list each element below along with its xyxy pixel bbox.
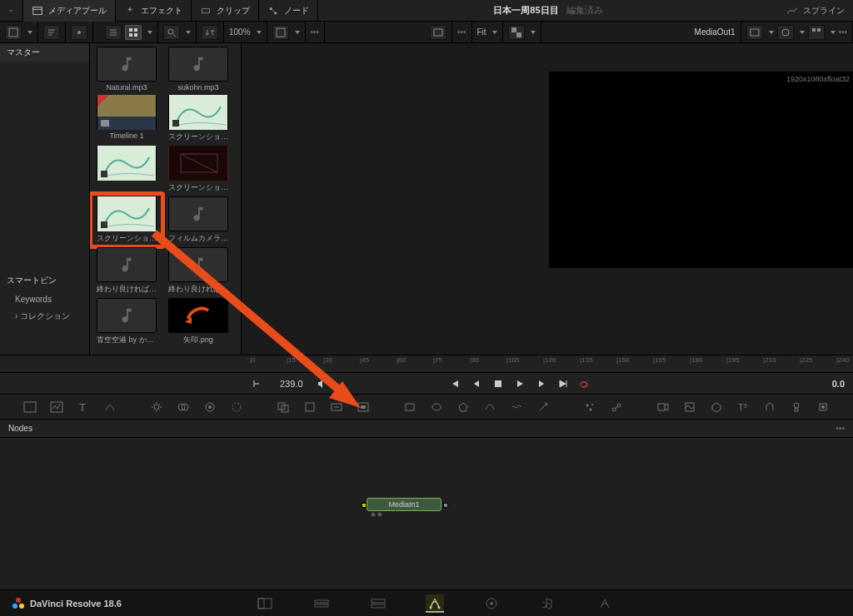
time-ruler[interactable]: |0|15|30|45|60|75|90|105|120|135|150|165… <box>242 355 853 373</box>
page-cut-icon[interactable] <box>312 594 331 613</box>
bspline-mask-icon[interactable] <box>481 398 499 416</box>
blur-tool-icon[interactable] <box>227 398 246 416</box>
nodes-panel-header: Nodes ••• <box>0 420 853 438</box>
brightness-tool-icon[interactable] <box>147 398 166 416</box>
light-tool-icon[interactable] <box>787 398 806 416</box>
chevron-down-dropdown[interactable] <box>0 0 23 22</box>
viewer-layout-icon[interactable] <box>272 25 289 40</box>
zoom-level[interactable]: 100% <box>229 27 251 37</box>
clip-item[interactable]: 終わり良ければ全て... <box>93 247 160 295</box>
tab-effects[interactable]: エフェクト <box>116 0 192 22</box>
clip-item[interactable]: Natural.mp3 <box>93 47 160 92</box>
text3d-tool-icon[interactable]: T³ <box>734 398 752 416</box>
clip-caption: Timeline 1 <box>97 132 157 140</box>
svg-rect-17 <box>516 32 521 37</box>
page-fusion-icon[interactable] <box>426 594 444 613</box>
node-mediain1[interactable]: MediaIn1 <box>367 498 441 511</box>
smartbin-collection[interactable]: › コレクション <box>0 307 89 325</box>
bin-list-view-icon[interactable] <box>71 25 87 40</box>
smartbin-keywords[interactable]: Keywords <box>0 291 89 307</box>
step-fwd-icon[interactable] <box>535 377 548 390</box>
svg-point-45 <box>232 403 241 411</box>
in-point-icon[interactable] <box>250 377 263 390</box>
wand-mask-icon[interactable] <box>534 398 552 416</box>
clip-item[interactable]: sukohn.mp3 <box>165 47 232 92</box>
page-deliver-icon[interactable] <box>596 594 614 613</box>
camera3d-tool-icon[interactable] <box>654 398 672 416</box>
clip-item[interactable]: Timeline 1 <box>93 95 160 142</box>
bitmap-mask-icon[interactable] <box>507 398 526 416</box>
nodes-options-icon[interactable]: ••• <box>836 424 845 433</box>
master-bin[interactable]: マスター <box>0 43 89 62</box>
fit-label[interactable]: Fit <box>477 27 486 37</box>
out-view-icon[interactable] <box>746 25 763 40</box>
colorcorrect-tool-icon[interactable] <box>201 398 219 416</box>
output-node-label[interactable]: MediaOut1 <box>695 27 736 37</box>
loop-icon[interactable] <box>578 377 591 390</box>
transform-tool-icon[interactable] <box>301 398 319 416</box>
channelbool-tool-icon[interactable] <box>174 398 192 416</box>
clip-item[interactable]: 青空空港 by かずち... <box>93 298 160 345</box>
prender-tool-icon[interactable] <box>607 398 626 416</box>
resize-tool-icon[interactable] <box>327 398 346 416</box>
checker-icon[interactable] <box>508 25 525 40</box>
step-back-icon[interactable] <box>470 377 483 390</box>
clip-item[interactable] <box>93 146 160 193</box>
clip-item[interactable]: スクリーンショット ... <box>165 95 232 142</box>
tab-clips[interactable]: クリップ <box>192 0 259 22</box>
clip-thumbnail <box>97 146 157 181</box>
stop-icon[interactable] <box>491 377 505 390</box>
text-tool-icon[interactable]: T <box>74 398 92 416</box>
tab-nodes[interactable]: ノード <box>259 0 318 22</box>
clip-item[interactable]: スクリーンショット ... <box>93 196 160 244</box>
tab-label: スプライン <box>803 5 845 17</box>
page-media-icon[interactable] <box>256 594 274 613</box>
clip-item[interactable]: 終わり良ければ全て... <box>165 247 232 295</box>
rectangle-mask-icon[interactable] <box>401 398 419 416</box>
out-color-icon[interactable] <box>777 25 794 40</box>
node-input-port[interactable] <box>362 503 367 508</box>
ruler-tick: |120 <box>543 356 556 364</box>
background-tool-icon[interactable] <box>21 398 39 416</box>
ellipse-mask-icon[interactable] <box>427 398 446 416</box>
page-edit-icon[interactable] <box>369 594 387 613</box>
page-color-icon[interactable] <box>482 594 501 613</box>
render3d-tool-icon[interactable] <box>814 398 832 416</box>
search-icon[interactable] <box>163 25 180 40</box>
ruler-tick: |90 <box>470 356 479 364</box>
go-start-icon[interactable] <box>448 377 461 390</box>
particles-tool-icon[interactable] <box>581 398 599 416</box>
out-grid-icon[interactable] <box>808 25 825 40</box>
clip-caption: 青空空港 by かずち... <box>97 335 157 345</box>
merge3d-tool-icon[interactable] <box>761 398 779 416</box>
clip-item[interactable]: 矢印.png <box>165 298 232 345</box>
clip-thumbnail <box>168 298 228 333</box>
tab-label: エフェクト <box>141 5 182 17</box>
clip-thumbnail <box>168 146 228 181</box>
go-end-icon[interactable] <box>556 377 570 390</box>
play-icon[interactable] <box>513 377 526 390</box>
clip-item[interactable]: スクリーンショット ... <box>165 146 232 193</box>
viewer-canvas[interactable] <box>549 72 853 268</box>
svg-rect-78 <box>315 604 328 607</box>
page-fairlight-icon[interactable] <box>539 594 557 613</box>
mattecontrol-tool-icon[interactable] <box>354 398 372 416</box>
speaker-icon[interactable] <box>315 377 328 390</box>
filter-icon[interactable] <box>5 25 22 40</box>
shape3d-tool-icon[interactable] <box>707 398 726 416</box>
tab-spline[interactable]: スプライン <box>778 5 853 17</box>
tab-label: クリップ <box>217 5 250 17</box>
clip-item[interactable]: フィルムカメラのシ... <box>165 196 232 244</box>
viewer-single-icon[interactable] <box>430 25 446 40</box>
thumbnail-view-icon[interactable] <box>125 25 142 40</box>
list-view-icon[interactable] <box>105 25 122 40</box>
paint-tool-icon[interactable] <box>101 398 119 416</box>
image3d-tool-icon[interactable] <box>681 398 699 416</box>
polygon-mask-icon[interactable] <box>454 398 472 416</box>
sort-icon[interactable] <box>43 25 60 40</box>
tab-media-pool[interactable]: メディアプール <box>23 0 116 22</box>
sort-options-icon[interactable] <box>202 25 218 40</box>
fastnoise-tool-icon[interactable] <box>47 398 66 416</box>
merge-tool-icon[interactable] <box>274 398 292 416</box>
node-output-port[interactable] <box>443 503 448 508</box>
